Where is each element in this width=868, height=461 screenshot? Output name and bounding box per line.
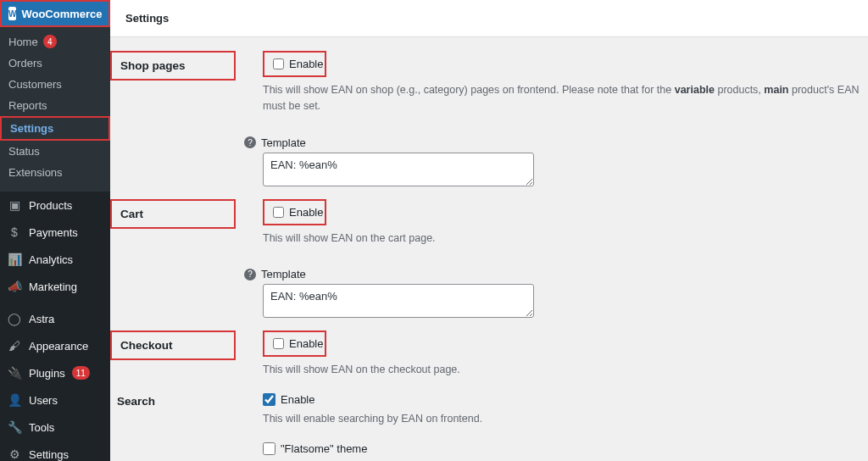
- woocommerce-icon: W: [8, 7, 16, 20]
- menu-item-tools[interactable]: 🔧Tools: [0, 414, 110, 441]
- user-icon: 👤: [7, 392, 22, 408]
- plug-icon: 🔌: [7, 365, 22, 380]
- cart-enable-checkbox[interactable]: [273, 206, 284, 219]
- admin-menu: ▣Products$Payments📊Analytics📣Marketing◯A…: [0, 192, 110, 461]
- sidebar-item-reports[interactable]: Reports: [0, 95, 110, 116]
- sidebar-woocommerce-header[interactable]: W WooCommerce: [0, 0, 110, 27]
- checkout-description: This will show EAN on the checkout page.: [263, 362, 860, 378]
- main-content: Settings Shop pages Enable This will sho…: [110, 0, 868, 461]
- sidebar-item-extensions[interactable]: Extensions: [0, 162, 110, 183]
- sidebar-item-label: Customers: [8, 78, 62, 91]
- cart-template-textarea[interactable]: EAN: %ean%: [263, 284, 534, 318]
- cart-description: This will show EAN on the cart page.: [263, 230, 860, 247]
- gear-icon: ⚙: [7, 447, 22, 461]
- settings-form: Shop pages Enable This will show EAN on …: [110, 37, 868, 461]
- menu-item-astra[interactable]: ◯Astra: [0, 305, 110, 332]
- menu-item-appearance[interactable]: 🖌Appearance: [0, 332, 110, 359]
- cube-icon: ▣: [7, 197, 22, 213]
- checkout-enable-checkbox-wrap[interactable]: Enable: [263, 330, 326, 357]
- sidebar-item-customers[interactable]: Customers: [0, 74, 110, 95]
- shop-enable-label: Enable: [289, 58, 323, 70]
- badge: 4: [43, 35, 57, 48]
- menu-item-settings[interactable]: ⚙Settings: [0, 441, 110, 461]
- page-header: Settings: [110, 0, 868, 37]
- wrench-icon: 🔧: [7, 419, 22, 435]
- search-description: This will enable searching by EAN on fro…: [263, 411, 860, 427]
- help-icon[interactable]: ?: [244, 136, 256, 148]
- megaphone-icon: 📣: [7, 279, 22, 294]
- page-title: Settings: [125, 12, 169, 25]
- section-search: Search Enable This will enable searching…: [110, 383, 868, 461]
- shop-description: This will show EAN on shop (e.g., catego…: [263, 82, 860, 114]
- brush-icon: 🖌: [7, 338, 22, 353]
- menu-item-label: Astra: [29, 313, 54, 325]
- help-icon[interactable]: ?: [244, 269, 256, 280]
- sidebar-item-settings[interactable]: Settings: [0, 116, 110, 141]
- flatsome-checkbox[interactable]: [263, 442, 275, 455]
- sidebar-item-label: Orders: [8, 57, 42, 69]
- menu-item-plugins[interactable]: 🔌Plugins11: [0, 359, 110, 386]
- section-shop-pages: Shop pages Enable This will show EAN on …: [110, 46, 868, 194]
- sidebar-item-label: Extensions: [8, 166, 63, 179]
- menu-item-label: Settings: [29, 448, 69, 461]
- sidebar-item-home[interactable]: Home4: [0, 31, 110, 53]
- checkout-enable-checkbox[interactable]: [273, 337, 284, 350]
- sidebar-item-label: Reports: [8, 99, 47, 112]
- menu-item-label: Plugins: [29, 367, 65, 380]
- menu-item-label: Marketing: [29, 280, 77, 293]
- shop-enable-checkbox-wrap[interactable]: Enable: [263, 51, 326, 77]
- menu-item-payments[interactable]: $Payments: [0, 219, 110, 246]
- menu-item-users[interactable]: 👤Users: [0, 386, 110, 414]
- flatsome-checkbox-wrap[interactable]: "Flatsome" theme: [263, 442, 860, 455]
- section-title-shop: Shop pages: [110, 51, 236, 81]
- menu-item-label: Payments: [29, 226, 78, 239]
- badge: 11: [72, 366, 90, 380]
- checkout-enable-label: Enable: [289, 337, 323, 350]
- section-cart: Cart Enable This will show EAN on the ca…: [110, 194, 868, 326]
- shop-template-textarea[interactable]: EAN: %ean%: [263, 153, 534, 186]
- section-title-checkout: Checkout: [110, 330, 236, 360]
- dollar-icon: $: [7, 225, 22, 240]
- shop-enable-checkbox[interactable]: [273, 58, 284, 70]
- search-enable-checkbox[interactable]: [263, 393, 275, 406]
- cart-enable-checkbox-wrap[interactable]: Enable: [263, 199, 326, 225]
- sidebar-item-label: Settings: [10, 122, 53, 135]
- astra-icon: ◯: [7, 311, 22, 326]
- cart-enable-label: Enable: [289, 206, 323, 219]
- sidebar-item-orders[interactable]: Orders: [0, 53, 110, 74]
- menu-item-label: Tools: [29, 421, 54, 434]
- section-title-search: Search: [117, 395, 155, 408]
- sidebar-item-status[interactable]: Status: [0, 141, 110, 162]
- sidebar-item-label: Status: [8, 145, 40, 158]
- menu-item-products[interactable]: ▣Products: [0, 192, 110, 219]
- menu-item-label: Products: [29, 199, 72, 212]
- sidebar-item-label: Home: [8, 36, 38, 48]
- menu-item-label: Appearance: [29, 340, 88, 353]
- sidebar-top-label: WooCommerce: [21, 8, 102, 20]
- chart-icon: 📊: [7, 252, 22, 267]
- woocommerce-submenu: Home4OrdersCustomersReportsSettingsStatu…: [0, 27, 110, 192]
- section-checkout: Checkout Enable This will show EAN on th…: [110, 325, 868, 383]
- menu-item-label: Users: [29, 394, 58, 407]
- flatsome-label: "Flatsome" theme: [281, 442, 367, 455]
- shop-template-label: Template: [261, 136, 306, 149]
- admin-sidebar: W WooCommerce Home4OrdersCustomersReport…: [0, 0, 110, 461]
- cart-template-label: Template: [261, 268, 306, 280]
- search-enable-checkbox-wrap[interactable]: Enable: [263, 393, 860, 406]
- menu-item-label: Analytics: [29, 253, 73, 266]
- menu-item-marketing[interactable]: 📣Marketing: [0, 273, 110, 300]
- menu-item-analytics[interactable]: 📊Analytics: [0, 246, 110, 273]
- search-enable-label: Enable: [281, 393, 314, 406]
- section-title-cart: Cart: [110, 199, 236, 229]
